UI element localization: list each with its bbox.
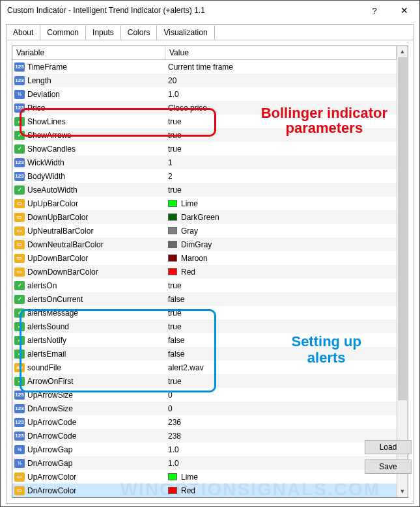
bool-type-icon: ✓ — [14, 336, 25, 345]
cell-value[interactable]: 1 — [165, 158, 397, 167]
table-row[interactable]: ▭UpDownBarColorMaroon — [12, 251, 397, 265]
int-type-icon: 123 — [14, 404, 25, 413]
col-header-variable[interactable]: Variable — [12, 46, 165, 59]
cell-value[interactable]: alert2.wav — [165, 363, 397, 372]
table-row[interactable]: ▭UpUpBarColorLime — [12, 197, 397, 210]
table-row[interactable]: ✓UseAutoWidthtrue — [12, 183, 397, 197]
table-row[interactable]: 123TimeFrameCurrent time frame — [12, 60, 397, 74]
table-row[interactable]: 123PriceClose price — [12, 101, 397, 115]
close-button[interactable]: ✕ — [389, 1, 419, 20]
cell-value[interactable]: Lime — [165, 199, 397, 208]
table-row[interactable]: ✓ShowCandlestrue — [12, 142, 397, 156]
tab-visualization[interactable]: Visualization — [157, 25, 214, 40]
scrollbar[interactable]: ▲ ▼ — [397, 46, 408, 497]
cell-value[interactable]: 1.0 — [165, 445, 397, 454]
table-row[interactable]: ✓ShowLinestrue — [12, 115, 397, 128]
cell-value[interactable]: 0 — [165, 404, 397, 413]
tab-colors[interactable]: Colors — [121, 25, 158, 40]
bool-type-icon: ✓ — [14, 349, 25, 359]
cell-value[interactable]: true — [165, 377, 397, 386]
cell-value[interactable]: false — [165, 349, 397, 359]
table-row[interactable]: 123UpArrowSize0 — [12, 388, 397, 402]
table-row[interactable]: 123Length20 — [12, 74, 397, 87]
cell-value[interactable]: 236 — [165, 418, 397, 427]
variable-name: DnArrowGap — [27, 459, 72, 468]
cell-value[interactable]: DarkGreen — [165, 213, 397, 222]
variable-name: UpArrowGap — [27, 445, 72, 454]
int-type-icon: 123 — [14, 432, 25, 441]
scroll-up-icon[interactable]: ▲ — [397, 46, 408, 57]
cell-value[interactable]: 1.0 — [165, 90, 397, 99]
variable-name: alertsEmail — [27, 349, 66, 359]
cell-variable: ✓ShowCandles — [12, 144, 165, 154]
load-button[interactable]: Load — [365, 440, 412, 454]
tab-common[interactable]: Common — [40, 25, 86, 40]
bool-type-icon: ✓ — [14, 308, 25, 318]
col-header-value[interactable]: Value — [165, 46, 397, 59]
table-row[interactable]: 123WickWidth1 — [12, 156, 397, 169]
table-row[interactable]: 123BodyWidth2 — [12, 169, 397, 183]
int-type-icon: 123 — [14, 103, 25, 113]
cell-value[interactable]: Lime — [165, 473, 397, 482]
cell-value[interactable]: 0 — [165, 391, 397, 400]
bool-type-icon: ✓ — [14, 322, 25, 331]
table-row[interactable]: ▭UpArrowColorLime — [12, 470, 397, 484]
table-row[interactable]: ✓alertsOnCurrentfalse — [12, 292, 397, 306]
cell-value[interactable]: Current time frame — [165, 62, 397, 72]
table-row[interactable]: ▭DnArrowColorRed — [12, 484, 397, 497]
table-row[interactable]: ½Deviation1.0 — [12, 87, 397, 101]
cell-value[interactable]: true — [165, 322, 397, 331]
cell-value[interactable]: Red — [165, 486, 397, 495]
cell-value[interactable]: false — [165, 295, 397, 304]
cell-variable: ✓UseAutoWidth — [12, 185, 165, 195]
cell-variable: 123Length — [12, 76, 165, 85]
dbl-type-icon: ½ — [14, 90, 25, 99]
cell-value[interactable]: true — [165, 281, 397, 290]
table-row[interactable]: ▭DownUpBarColorDarkGreen — [12, 210, 397, 224]
side-buttons: Load Save — [365, 440, 412, 474]
cell-value[interactable]: Red — [165, 267, 397, 277]
cell-value[interactable]: false — [165, 336, 397, 345]
table-row[interactable]: ✓alertsSoundtrue — [12, 320, 397, 333]
value-text: Close price — [168, 103, 207, 113]
table-row[interactable]: 123DnArrowCode238 — [12, 429, 397, 443]
cell-value[interactable]: 20 — [165, 76, 397, 85]
table-row[interactable]: ✓ShowArrowstrue — [12, 128, 397, 142]
table-row[interactable]: 123UpArrowCode236 — [12, 415, 397, 429]
cell-value[interactable]: DimGray — [165, 240, 397, 249]
help-button[interactable]: ? — [359, 1, 389, 20]
cell-value[interactable]: true — [165, 308, 397, 318]
table-row[interactable]: ✓ArrowOnFirsttrue — [12, 374, 397, 388]
table-row[interactable]: ✓alertsNotifyfalse — [12, 333, 397, 347]
scroll-thumb[interactable] — [398, 57, 407, 400]
table-row[interactable]: ▭DownDownBarColorRed — [12, 265, 397, 279]
table-row[interactable]: ✓alertsMessagetrue — [12, 306, 397, 320]
variable-name: DownDownBarColor — [27, 267, 98, 277]
table-row[interactable]: 123DnArrowSize0 — [12, 402, 397, 415]
table-row[interactable]: ½DnArrowGap1.0 — [12, 456, 397, 470]
tab-inputs[interactable]: Inputs — [86, 25, 121, 40]
table-row[interactable]: ½UpArrowGap1.0 — [12, 443, 397, 456]
cell-variable: ✓ShowLines — [12, 117, 165, 126]
table-row[interactable]: ✓alertsEmailfalse — [12, 347, 397, 361]
table-row[interactable]: ▭UpNeutralBarColorGray — [12, 224, 397, 238]
variable-name: DnArrowColor — [27, 486, 76, 495]
cell-value[interactable]: Maroon — [165, 254, 397, 263]
save-button[interactable]: Save — [365, 459, 412, 474]
scroll-down-icon[interactable]: ▼ — [397, 486, 408, 497]
cell-value[interactable]: true — [165, 117, 397, 126]
cell-value[interactable]: true — [165, 131, 397, 140]
cell-value[interactable]: 2 — [165, 172, 397, 181]
cell-variable: ▭DnArrowColor — [12, 486, 165, 495]
cell-value[interactable]: true — [165, 144, 397, 154]
cell-value[interactable]: 238 — [165, 432, 397, 441]
table-row[interactable]: ▭DownNeutralBarColorDimGray — [12, 238, 397, 251]
cell-value[interactable]: Close price — [165, 103, 397, 113]
color-type-icon: ▭ — [14, 267, 25, 277]
tab-about[interactable]: About — [7, 25, 40, 40]
cell-value[interactable]: Gray — [165, 226, 397, 236]
cell-value[interactable]: 1.0 — [165, 459, 397, 468]
table-row[interactable]: absoundFilealert2.wav — [12, 361, 397, 374]
cell-value[interactable]: true — [165, 185, 397, 195]
table-row[interactable]: ✓alertsOntrue — [12, 279, 397, 292]
